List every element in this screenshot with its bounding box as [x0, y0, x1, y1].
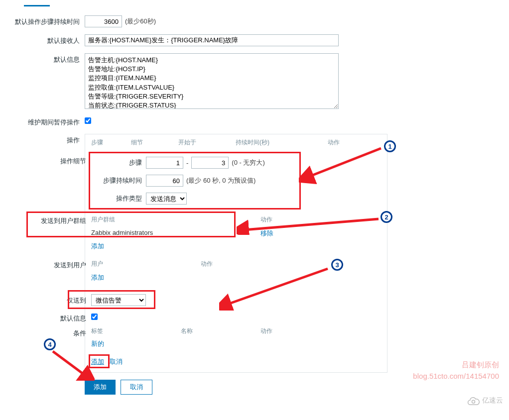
button-add[interactable]: 添加: [85, 380, 116, 395]
link-add-operation[interactable]: 添加: [91, 358, 104, 365]
input-step-to[interactable]: [191, 157, 229, 169]
label-operations: 操作: [5, 134, 85, 145]
label-step-duration: 默认操作步骤持续时间: [5, 15, 85, 26]
brand-footer: 亿速云: [465, 396, 503, 406]
col-user-action: 动作: [201, 260, 213, 268]
col-group-action: 动作: [260, 215, 290, 224]
col-detail: 细节: [131, 138, 178, 147]
badge-3: 3: [331, 259, 343, 271]
sublabel-step: 步骤: [91, 158, 146, 167]
badge-1: 1: [384, 140, 396, 152]
label-pause-maintenance: 维护期间暂停操作: [5, 116, 85, 127]
textarea-default-message[interactable]: [85, 53, 339, 109]
label-send-groups: 发送到用户群组: [11, 214, 91, 225]
col-tag: 标签: [91, 327, 181, 335]
input-step-duration[interactable]: [85, 15, 122, 27]
checkbox-pause-maintenance[interactable]: [85, 117, 91, 124]
active-tab-indicator: [24, 5, 50, 6]
col-duration: 持续时间(秒): [236, 138, 328, 147]
label-default-message: 默认信息: [5, 53, 85, 64]
label-default-recipient: 默认接收人: [5, 34, 85, 45]
select-op-type[interactable]: 发送消息: [146, 193, 187, 205]
step-sep: -: [186, 159, 188, 167]
label-send-users: 发送到用户: [11, 259, 91, 270]
cloud-icon: [465, 396, 480, 406]
col-user: 用户: [91, 260, 201, 268]
link-add-user[interactable]: 添加: [91, 271, 381, 284]
input-default-recipient[interactable]: [85, 34, 339, 46]
link-cancel-operation[interactable]: 取消: [110, 358, 123, 365]
svg-point-4: [472, 400, 475, 403]
badge-2: 2: [381, 211, 392, 223]
link-remove-group[interactable]: 移除: [260, 229, 273, 238]
input-op-step-duration[interactable]: [146, 175, 183, 187]
link-new-condition[interactable]: 新的: [91, 337, 381, 350]
ops-header: 步骤 细节 开始于 持续时间(秒) 动作: [91, 138, 381, 150]
link-add-group[interactable]: 添加: [91, 240, 381, 253]
group-value: Zabbix administrators: [91, 229, 260, 238]
col-name: 名称: [181, 327, 260, 335]
hint-step-duration: (最少60秒): [125, 17, 156, 26]
sublabel-op-type: 操作类型: [91, 194, 146, 203]
col-step: 步骤: [91, 138, 131, 147]
label-default-info-cb: 默认信息: [11, 312, 91, 323]
col-user-group: 用户群组: [91, 215, 260, 224]
hint-step-range: (0 - 无穷大): [232, 158, 264, 167]
checkbox-default-info[interactable]: [91, 314, 98, 320]
button-cancel[interactable]: 取消: [121, 380, 152, 395]
label-only-send-to: 仅送到: [11, 294, 91, 305]
operations-container: 步骤 细节 开始于 持续时间(秒) 动作 操作细节 步骤 - (: [85, 134, 387, 373]
col-cond-action: 动作: [260, 327, 290, 335]
col-action: 动作: [328, 138, 358, 147]
label-op-detail: 操作细节: [11, 155, 91, 166]
hint-op-step-duration: (最少 60 秒, 0 为预设值): [186, 176, 255, 185]
sublabel-step-duration: 步骤持续时间: [91, 176, 146, 185]
col-start: 开始于: [178, 138, 236, 147]
badge-4: 4: [44, 338, 56, 350]
input-step-from[interactable]: [146, 157, 183, 169]
label-conditions: 条件: [11, 327, 91, 338]
select-only-send-to[interactable]: 微信告警: [91, 294, 146, 306]
